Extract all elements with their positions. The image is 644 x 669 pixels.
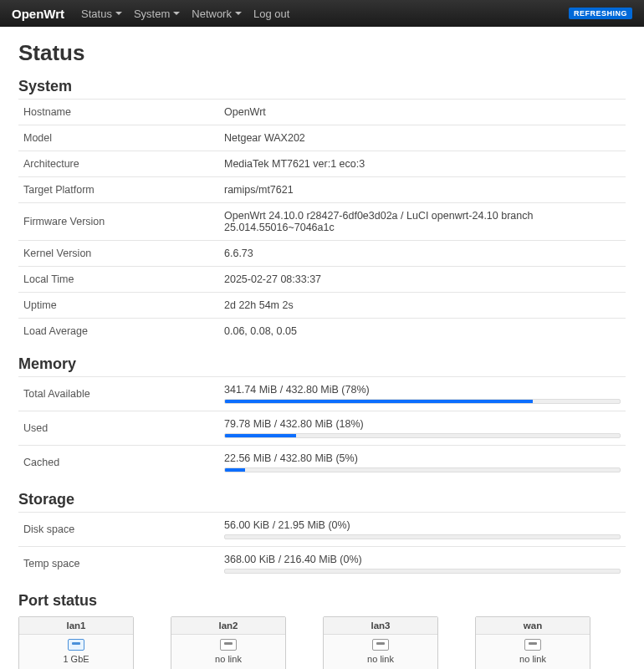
nav-item-network[interactable]: Network <box>192 8 242 20</box>
progress-text: 368.00 KiB / 216.40 MiB (0%) <box>224 554 621 565</box>
row-value: OpenWrt 24.10.0 r28427-6df0e3d02a / LuCI… <box>224 210 621 233</box>
system-table: HostnameOpenWrtModelNetgear WAX202Archit… <box>18 99 626 344</box>
row-value: MediaTek MT7621 ver:1 eco:3 <box>224 158 621 170</box>
port-body: no link <box>476 635 590 669</box>
ethernet-port-icon <box>220 639 237 651</box>
ethernet-port-icon <box>68 639 84 651</box>
top-navbar: OpenWrt Status System Network Log out RE… <box>0 0 644 27</box>
nav-item-status[interactable]: Status <box>81 8 122 20</box>
port-body: no link <box>324 635 437 669</box>
row-value: ramips/mt7621 <box>224 184 621 196</box>
row-label: Cached <box>23 457 224 468</box>
progress-bar <box>224 534 621 539</box>
page-container: Status System HostnameOpenWrtModelNetgea… <box>0 27 644 669</box>
ports-row: lan11 GbE▲767.3 MiB▼14.7 GiBlan2no link▲… <box>18 616 626 669</box>
nav-item-label: Log out <box>253 8 289 20</box>
chevron-down-icon <box>115 12 122 15</box>
section-heading-storage: Storage <box>18 491 626 508</box>
port-card-lan2[interactable]: lan2no link▲0 B▼0 B <box>171 616 286 669</box>
progress-bar <box>224 433 621 438</box>
progress-cell: 56.00 KiB / 21.95 MiB (0%) <box>224 519 621 539</box>
progress-cell: 341.74 MiB / 432.80 MiB (78%) <box>224 384 621 404</box>
table-row: Load Average0.06, 0.08, 0.05 <box>18 318 626 344</box>
section-heading-ports: Port status <box>18 592 626 610</box>
row-label: Load Average <box>23 325 224 337</box>
storage-table: Disk space56.00 KiB / 21.95 MiB (0%)Temp… <box>18 512 626 580</box>
row-label: Local Time <box>23 273 224 285</box>
row-label: Hostname <box>23 106 224 118</box>
port-body: no link <box>171 635 285 669</box>
port-name: lan3 <box>324 617 437 635</box>
row-label: Temp space <box>23 558 224 569</box>
nav-menu: Status System Network Log out <box>81 8 569 20</box>
nav-item-label: Network <box>192 8 232 20</box>
port-speed: no link <box>215 654 242 664</box>
table-row: Target Platformramips/mt7621 <box>18 176 626 202</box>
progress-text: 56.00 KiB / 21.95 MiB (0%) <box>224 519 621 531</box>
port-name: lan1 <box>19 617 133 635</box>
nav-item-label: Status <box>81 8 112 20</box>
nav-item-system[interactable]: System <box>134 8 180 20</box>
table-row: ArchitectureMediaTek MT7621 ver:1 eco:3 <box>18 151 626 176</box>
row-value: 2025-02-27 08:33:37 <box>224 273 621 285</box>
row-value: 6.6.73 <box>224 248 621 259</box>
port-card-wan[interactable]: wanno link▲0 B▼0 B <box>475 616 590 669</box>
table-row: Cached22.56 MiB / 432.80 MiB (5%) <box>18 445 626 479</box>
progress-text: 79.78 MiB / 432.80 MiB (18%) <box>224 418 621 430</box>
brand-logo[interactable]: OpenWrt <box>12 7 64 21</box>
progress-cell: 22.56 MiB / 432.80 MiB (5%) <box>224 452 621 472</box>
section-heading-memory: Memory <box>18 355 626 373</box>
progress-fill <box>225 434 296 437</box>
progress-text: 22.56 MiB / 432.80 MiB (5%) <box>224 452 621 464</box>
row-label: Target Platform <box>23 184 224 196</box>
table-row: Total Available341.74 MiB / 432.80 MiB (… <box>18 376 626 411</box>
row-value: 0.06, 0.08, 0.05 <box>224 325 621 337</box>
nav-item-label: System <box>134 8 170 20</box>
row-label: Kernel Version <box>23 248 224 259</box>
row-label: Disk space <box>23 523 224 535</box>
progress-cell: 368.00 KiB / 216.40 MiB (0%) <box>224 554 621 574</box>
row-value: 2d 22h 54m 2s <box>224 299 621 311</box>
row-value: Netgear WAX202 <box>224 132 621 144</box>
port-speed: 1 GbE <box>63 654 89 664</box>
port-card-lan1[interactable]: lan11 GbE▲767.3 MiB▼14.7 GiB <box>18 616 134 669</box>
chevron-down-icon <box>173 12 180 15</box>
port-name: wan <box>476 617 590 635</box>
row-label: Total Available <box>23 388 224 400</box>
nav-item-logout[interactable]: Log out <box>253 8 289 20</box>
page-title: Status <box>18 40 626 66</box>
row-label: Firmware Version <box>23 216 224 227</box>
table-row: Disk space56.00 KiB / 21.95 MiB (0%) <box>18 512 626 546</box>
progress-text: 341.74 MiB / 432.80 MiB (78%) <box>224 384 621 396</box>
progress-bar <box>224 467 621 472</box>
progress-cell: 79.78 MiB / 432.80 MiB (18%) <box>224 418 621 438</box>
table-row: ModelNetgear WAX202 <box>18 125 626 151</box>
progress-bar <box>224 569 621 574</box>
row-label: Used <box>23 422 224 434</box>
ethernet-port-icon <box>524 639 541 651</box>
port-body: 1 GbE <box>19 635 133 669</box>
refreshing-badge: REFRESHING <box>569 8 632 19</box>
row-value: OpenWrt <box>224 106 621 118</box>
table-row: Uptime2d 22h 54m 2s <box>18 292 626 318</box>
row-label: Uptime <box>23 299 224 311</box>
section-heading-system: System <box>18 78 626 95</box>
table-row: Local Time2025-02-27 08:33:37 <box>18 266 626 292</box>
table-row: Temp space368.00 KiB / 216.40 MiB (0%) <box>18 546 626 580</box>
port-card-lan3[interactable]: lan3no link▲0 B▼0 B <box>323 616 438 669</box>
table-row: Kernel Version6.6.73 <box>18 240 626 266</box>
ethernet-port-icon <box>372 639 389 651</box>
table-row: Used79.78 MiB / 432.80 MiB (18%) <box>18 411 626 445</box>
table-row: Firmware VersionOpenWrt 24.10.0 r28427-6… <box>18 202 626 240</box>
row-label: Architecture <box>23 158 224 170</box>
port-name: lan2 <box>171 617 285 635</box>
chevron-down-icon <box>235 12 242 15</box>
port-speed: no link <box>367 654 394 664</box>
table-row: HostnameOpenWrt <box>18 99 626 125</box>
memory-table: Total Available341.74 MiB / 432.80 MiB (… <box>18 376 626 479</box>
progress-bar <box>224 399 621 404</box>
progress-fill <box>225 400 533 403</box>
progress-fill <box>225 468 245 472</box>
port-speed: no link <box>519 654 546 664</box>
row-label: Model <box>23 132 224 144</box>
